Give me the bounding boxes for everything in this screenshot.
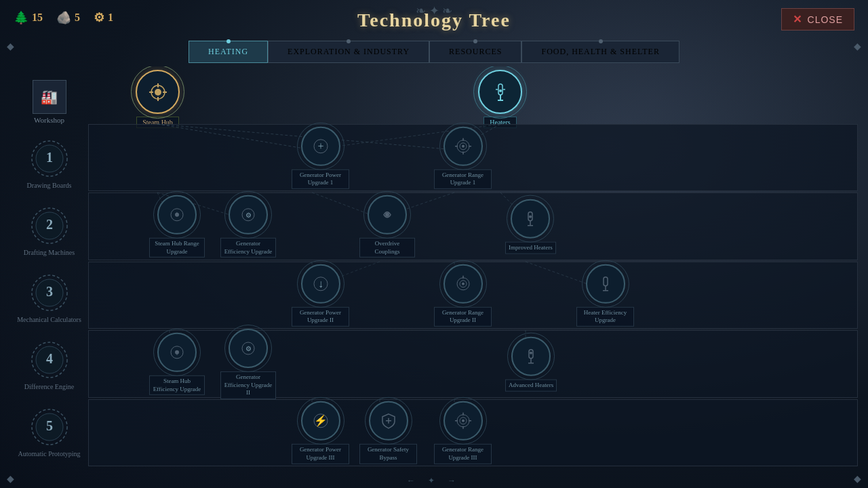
svg-text:1: 1 xyxy=(46,150,53,165)
tech-tree-area: Steam Hub xyxy=(88,66,858,466)
level-5-label: Automatic Prototyping xyxy=(18,449,81,458)
iron-icon: ⚙ xyxy=(94,10,104,25)
iron-value: 1 xyxy=(108,12,113,24)
level-3-item: 3 Mechanical Calculators xyxy=(10,265,88,332)
level-3-gear: 3 xyxy=(30,273,69,312)
svg-text:5: 5 xyxy=(46,418,53,433)
gen-eff-2-node[interactable]: ⚙ Generator Efficiency Upgrade II xyxy=(220,329,276,399)
heater-eff-label: Heater Efficiency Upgrade xyxy=(576,306,634,326)
improved-heaters-label: Improved Heaters xyxy=(505,242,556,254)
level-4-item: 4 Difference Engine xyxy=(10,332,88,399)
steam-hub-eff-node[interactable]: ↑ Steam Hub Efficiency Upgrade xyxy=(149,333,205,395)
svg-text:2: 2 xyxy=(46,217,53,232)
wood-resource: 🌲 15 xyxy=(14,10,43,25)
advanced-heaters-label: Advanced Heaters xyxy=(505,380,557,392)
tab-exploration[interactable]: EXPLORATION & INDUSTRY xyxy=(268,41,429,63)
gen-range-upgrade-1-node[interactable]: Generator Range Upgrade 1 xyxy=(434,127,492,189)
resources-bar: 🌲 15 🪨 5 ⚙ 1 xyxy=(14,10,113,25)
corner-decoration-bl: ◆ xyxy=(7,473,14,485)
gen-range-upgrade-2-node[interactable]: Generator Range Upgrade II xyxy=(434,264,492,326)
level-2-label: Drafting Machines xyxy=(24,248,75,257)
corner-decoration-tr: ◆ xyxy=(854,41,861,52)
row-1: + Generator Power Upgrade 1 xyxy=(88,124,858,191)
advanced-heaters-node[interactable]: Advanced Heaters xyxy=(505,337,557,392)
corner-decoration-tl: ◆ xyxy=(7,41,14,52)
gen-eff-upgrade-node[interactable]: ⚙ Generator Efficiency Upgrade xyxy=(220,195,276,258)
wood-icon: 🌲 xyxy=(14,10,28,25)
coal-icon: 🪨 xyxy=(56,10,71,25)
steam-hub-range-label: Steam Hub Range Upgrade xyxy=(149,238,205,258)
level-5-item: 5 Automatic Prototyping xyxy=(10,399,88,466)
gen-safety-node[interactable]: Generator Safety Bypass xyxy=(359,401,417,464)
heaters-node[interactable]: Heaters xyxy=(478,70,522,128)
steam-hub-node[interactable]: Steam Hub xyxy=(136,70,180,128)
header: 🌲 15 🪨 5 ⚙ 1 ❧ ✦ ❧ Technology Tree ✕ CLO… xyxy=(0,0,868,41)
workshop-container: 🏭 Workshop xyxy=(10,73,88,131)
heater-eff-upgrade-node[interactable]: Heater Efficiency Upgrade xyxy=(576,264,634,326)
overdrive-couplings-node[interactable]: Overdrive Couplings xyxy=(359,195,415,258)
row-4: ↑ Steam Hub Efficiency Upgrade xyxy=(88,330,858,397)
gen-power-1-label: Generator Power Upgrade 1 xyxy=(292,169,349,189)
tabs-row: HEATING EXPLORATION & INDUSTRY RESOURCES… xyxy=(0,41,868,63)
content-area: 🏭 Workshop 1 Drawing Boards xyxy=(0,66,868,473)
workshop-label: Workshop xyxy=(34,116,64,124)
level-2-gear: 2 xyxy=(30,206,69,245)
gen-power-2-label: Generator Power Upgrade II xyxy=(292,306,349,326)
level-4-gear: 4 xyxy=(30,340,69,380)
gen-range-3-label: Generator Range Upgrade III xyxy=(434,444,492,464)
svg-text:3: 3 xyxy=(46,284,53,299)
overdrive-label: Overdrive Couplings xyxy=(359,238,415,258)
wood-value: 15 xyxy=(32,12,43,24)
gen-eff-2-label: Generator Efficiency Upgrade II xyxy=(220,371,276,399)
workshop-icon: 🏭 xyxy=(33,80,66,114)
bottom-bar: ← ✦ → xyxy=(0,473,868,488)
coal-resource: 🪨 5 xyxy=(56,10,80,25)
level-1-label: Drawing Boards xyxy=(27,181,72,190)
level-1-gear: 1 xyxy=(30,139,69,178)
gen-power-3-node[interactable]: ⚡ Generator Power Upgrade III xyxy=(292,401,349,464)
close-icon: ✕ xyxy=(793,13,802,26)
close-label: CLOSE xyxy=(808,14,843,25)
improved-heaters-node[interactable]: Improved Heaters xyxy=(505,199,556,254)
level-2-item: 2 Drafting Machines xyxy=(10,198,88,265)
gen-eff-label: Generator Efficiency Upgrade xyxy=(220,238,276,258)
coal-value: 5 xyxy=(75,12,80,24)
steam-hub-eff-label: Steam Hub Efficiency Upgrade xyxy=(149,375,205,395)
level-1-item: 1 Drawing Boards xyxy=(10,131,88,198)
gen-safety-label: Generator Safety Bypass xyxy=(359,444,417,464)
row-5: ⚡ Generator Power Upgrade III xyxy=(88,399,858,466)
steam-hub-range-node[interactable]: + Steam Hub Range Upgrade xyxy=(149,195,205,258)
gen-power-upgrade-2-node[interactable]: ↓ Generator Power Upgrade II xyxy=(292,264,349,326)
svg-text:4: 4 xyxy=(46,351,53,366)
gen-range-3-node[interactable]: Generator Range Upgrade III xyxy=(434,401,492,464)
gen-range-2-label: Generator Range Upgrade II xyxy=(434,306,492,326)
level-4-label: Difference Engine xyxy=(24,382,74,391)
gen-range-1-label: Generator Range Upgrade 1 xyxy=(434,169,492,189)
top-nodes-area: Steam Hub xyxy=(88,66,858,124)
level-3-label: Mechanical Calculators xyxy=(17,315,81,324)
rows-container: + Generator Power Upgrade 1 xyxy=(88,124,858,466)
close-button[interactable]: ✕ CLOSE xyxy=(781,8,854,30)
corner-decoration-br: ◆ xyxy=(854,473,861,485)
tab-resources[interactable]: RESOURCES xyxy=(429,41,521,63)
gen-power-3-label: Generator Power Upgrade III xyxy=(292,444,349,464)
top-decoration: ❧ ✦ ❧ xyxy=(416,3,452,18)
tab-heating[interactable]: HEATING xyxy=(189,41,268,63)
iron-resource: ⚙ 1 xyxy=(94,10,113,25)
tab-food[interactable]: FOOD, HEALTH & SHELTER xyxy=(521,41,679,63)
row-2: + Steam Hub Range Upgrade xyxy=(88,192,858,260)
row-3: ↓ Generator Power Upgrade II xyxy=(88,262,858,329)
gen-power-upgrade-1-node[interactable]: + Generator Power Upgrade 1 xyxy=(292,127,349,189)
level-5-gear: 5 xyxy=(30,407,69,447)
levels-sidebar: 🏭 Workshop 1 Drawing Boards xyxy=(10,66,88,466)
